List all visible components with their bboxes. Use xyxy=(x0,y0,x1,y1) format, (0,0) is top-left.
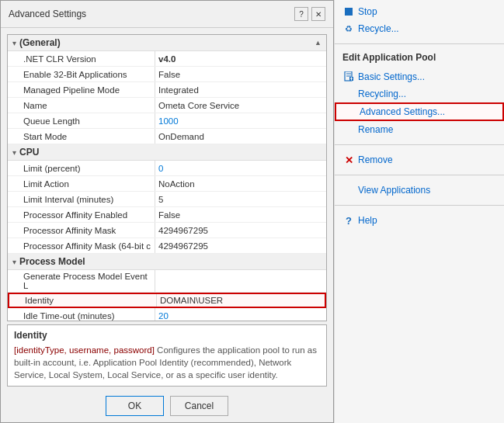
remove-action[interactable]: ✕ Remove xyxy=(335,151,504,168)
table-row: Enable 32-Bit Applications False xyxy=(8,67,326,82)
prop-value-affmask64: 4294967295 xyxy=(155,238,326,253)
table-row: Idle Time-out (minutes) 20 xyxy=(8,308,326,321)
prop-value-affmask: 4294967295 xyxy=(155,223,326,238)
prop-value-limitaction: NoAction xyxy=(155,176,326,191)
cpu-section-title: CPU xyxy=(19,147,39,158)
recycle-action[interactable]: ♻ Recycle... xyxy=(335,20,504,37)
cancel-button[interactable]: Cancel xyxy=(170,396,228,416)
advanced-settings-label: Advanced Settings... xyxy=(360,106,445,117)
prop-value-identity: DOMAIN\USER xyxy=(157,294,325,307)
help-actions: ? Help xyxy=(335,209,504,232)
ok-button[interactable]: OK xyxy=(106,396,164,416)
dialog-buttons: OK Cancel xyxy=(1,390,333,422)
cpu-section-header[interactable]: ▾ CPU xyxy=(8,144,326,161)
prop-name-pipeline: Managed Pipeline Mode xyxy=(8,82,155,97)
help-label: Help xyxy=(358,215,377,226)
svg-rect-0 xyxy=(345,8,353,16)
property-grid[interactable]: ▾ (General) ▲ .NET CLR Version v4.0 Enab… xyxy=(7,34,327,321)
prop-value-queue: 1000 xyxy=(155,113,326,128)
divider-3 xyxy=(335,175,504,175)
table-row: Processor Affinity Enabled False xyxy=(8,207,326,223)
title-bar: Advanced Settings ? ✕ xyxy=(1,1,333,28)
prop-name-32bit: Enable 32-Bit Applications xyxy=(8,67,155,81)
table-row: Managed Pipeline Mode Integrated xyxy=(8,82,326,98)
general-section-header[interactable]: ▾ (General) ▲ xyxy=(8,35,326,51)
rename-label: Rename xyxy=(358,124,393,135)
prop-value-genprocess xyxy=(155,270,326,292)
view-actions: View Applications xyxy=(335,179,504,202)
prop-name-limitaction: Limit Action xyxy=(8,176,155,191)
recycle-label: Recycle... xyxy=(358,23,399,34)
scroll-up-icon[interactable]: ▲ xyxy=(315,39,322,47)
basic-settings-label: Basic Settings... xyxy=(358,71,425,82)
rename-action[interactable]: Rename xyxy=(335,121,504,138)
prop-value-affenabled: False xyxy=(155,207,326,222)
view-applications-label: View Applications xyxy=(358,185,430,196)
stop-action[interactable]: Stop xyxy=(335,3,504,20)
description-text: [identityType, username, password] Confi… xyxy=(14,344,320,381)
advanced-settings-dialog: Advanced Settings ? ✕ ▾ (General) ▲ .NET… xyxy=(0,0,334,423)
prop-name-name: Name xyxy=(8,98,155,113)
dialog-content: ▾ (General) ▲ .NET CLR Version v4.0 Enab… xyxy=(1,28,333,422)
table-row: Limit Interval (minutes) 5 xyxy=(8,192,326,207)
basic-settings-action[interactable]: Basic Settings... xyxy=(335,68,504,85)
recycling-label: Recycling... xyxy=(358,88,406,99)
prop-value-startmode: OnDemand xyxy=(155,129,326,144)
recycle-icon: ♻ xyxy=(342,23,355,35)
processmodel-section-title: Process Model xyxy=(19,256,85,267)
prop-name-idletimeout: Idle Time-out (minutes) xyxy=(8,308,155,321)
advanced-settings-action[interactable]: Advanced Settings... xyxy=(335,102,504,121)
advanced-settings-icon xyxy=(344,106,356,118)
prop-name-affmask64: Processor Affinity Mask (64-bit c xyxy=(8,238,155,253)
prop-name-identity: Identity xyxy=(9,294,157,307)
right-panel: Stop ♻ Recycle... Edit Application Pool … xyxy=(334,0,504,423)
top-actions: Stop ♻ Recycle... xyxy=(335,0,504,40)
view-icon xyxy=(342,184,355,196)
divider-2 xyxy=(335,144,504,145)
divider-4 xyxy=(335,205,504,206)
help-button[interactable]: ? xyxy=(294,7,308,21)
question-icon: ? xyxy=(342,214,355,227)
recycling-action[interactable]: Recycling... xyxy=(335,85,504,102)
description-title: Identity xyxy=(14,330,320,341)
prop-name-limitinterval: Limit Interval (minutes) xyxy=(8,192,155,206)
prop-value-name: Ometa Core Service xyxy=(155,98,326,113)
table-row: Limit (percent) 0 xyxy=(8,161,326,176)
table-row: Start Mode OnDemand xyxy=(8,129,326,144)
remove-actions: ✕ Remove xyxy=(335,148,504,172)
table-row: Queue Length 1000 xyxy=(8,113,326,129)
doc-icon xyxy=(342,71,355,83)
prop-name-queue: Queue Length xyxy=(8,113,155,128)
table-row: Processor Affinity Mask (64-bit c 429496… xyxy=(8,238,326,254)
help-action[interactable]: ? Help xyxy=(335,212,504,229)
identity-row[interactable]: Identity DOMAIN\USER xyxy=(8,293,326,308)
prop-value-clr: v4.0 xyxy=(155,51,326,66)
table-row: Limit Action NoAction xyxy=(8,176,326,192)
rename-icon xyxy=(342,123,355,136)
prop-value-limit: 0 xyxy=(155,161,326,175)
table-row: Name Ometa Core Service xyxy=(8,98,326,113)
processmodel-chevron: ▾ xyxy=(12,258,16,266)
stop-icon xyxy=(342,5,355,18)
dialog-title: Advanced Settings xyxy=(9,9,86,19)
prop-name-startmode: Start Mode xyxy=(8,129,155,144)
x-icon: ✕ xyxy=(342,154,355,166)
prop-name-genprocess: Generate Process Model Event L xyxy=(8,270,155,292)
edit-actions: Basic Settings... Recycling... Advanced … xyxy=(335,65,504,141)
prop-name-affenabled: Processor Affinity Enabled xyxy=(8,207,155,222)
recycling-icon xyxy=(342,88,355,100)
general-section-title: (General) xyxy=(19,37,61,48)
prop-value-limitinterval: 5 xyxy=(155,192,326,206)
close-button[interactable]: ✕ xyxy=(311,7,325,21)
prop-name-affmask: Processor Affinity Mask xyxy=(8,223,155,238)
processmodel-section-header[interactable]: ▾ Process Model xyxy=(8,254,326,270)
remove-label: Remove xyxy=(358,154,393,165)
description-box: Identity [identityType, username, passwo… xyxy=(7,324,327,387)
prop-value-idletimeout: 20 xyxy=(155,308,326,321)
stop-label: Stop xyxy=(358,6,377,17)
prop-name-limit: Limit (percent) xyxy=(8,161,155,175)
prop-name-clr: .NET CLR Version xyxy=(8,51,155,66)
divider-1 xyxy=(335,43,504,44)
view-applications-action[interactable]: View Applications xyxy=(335,182,504,199)
prop-value-32bit: False xyxy=(155,67,326,81)
